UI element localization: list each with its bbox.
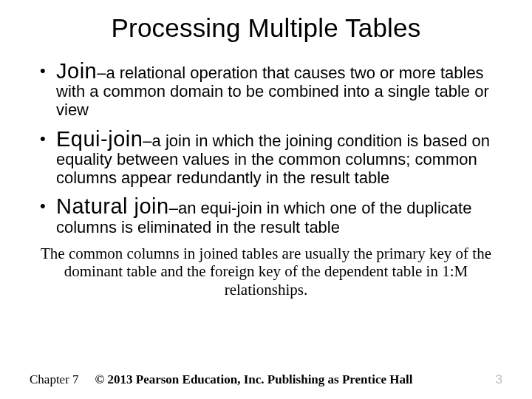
- term-join: Join: [56, 59, 97, 83]
- slide-footer: Chapter 7 © 2013 Pearson Education, Inc.…: [30, 372, 502, 387]
- term-natural-join: Natural join: [56, 194, 169, 218]
- bullet-item: Equi-join–a join in which the joining co…: [37, 127, 502, 188]
- footer-copyright: © 2013 Pearson Education, Inc. Publishin…: [95, 372, 413, 387]
- footer-page-number: 3: [496, 372, 502, 387]
- bullet-item: Natural join–an equi-join in which one o…: [37, 194, 502, 236]
- term-desc: –a relational operation that causes two …: [56, 64, 489, 119]
- term-equi-join: Equi-join: [56, 127, 143, 151]
- slide-title: Processing Multiple Tables: [30, 13, 502, 43]
- footer-chapter: Chapter 7: [30, 372, 79, 387]
- bullet-item: Join–a relational operation that causes …: [37, 59, 502, 120]
- slide-note: The common columns in joined tables are …: [35, 245, 497, 299]
- slide: Processing Multiple Tables Join–a relati…: [0, 0, 532, 399]
- bullet-list: Join–a relational operation that causes …: [30, 59, 502, 237]
